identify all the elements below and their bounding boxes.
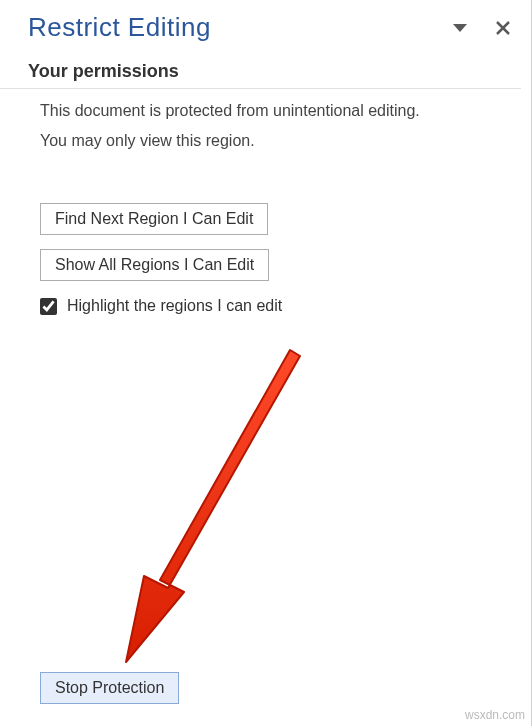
highlight-regions-checkbox[interactable] [40, 298, 57, 315]
close-icon[interactable] [495, 20, 511, 36]
permissions-line2: You may only view this region. [0, 123, 531, 153]
annotation-arrow [120, 340, 340, 680]
svg-marker-0 [453, 24, 467, 32]
pane-title: Restrict Editing [28, 12, 211, 43]
highlight-regions-label: Highlight the regions I can edit [67, 297, 282, 315]
show-all-regions-button[interactable]: Show All Regions I Can Edit [40, 249, 269, 281]
find-next-region-button[interactable]: Find Next Region I Can Edit [40, 203, 268, 235]
pane-header: Restrict Editing [0, 0, 531, 53]
stop-protection-button[interactable]: Stop Protection [40, 672, 179, 704]
permissions-line1: This document is protected from unintent… [0, 93, 531, 123]
pane-controls [453, 20, 511, 36]
action-buttons: Find Next Region I Can Edit Show All Reg… [0, 153, 531, 281]
footer: Stop Protection [0, 672, 531, 726]
highlight-regions-checkbox-row[interactable]: Highlight the regions I can edit [0, 295, 531, 315]
dropdown-icon[interactable] [453, 23, 467, 33]
permissions-heading: Your permissions [0, 53, 521, 89]
watermark: wsxdn.com [465, 708, 525, 722]
